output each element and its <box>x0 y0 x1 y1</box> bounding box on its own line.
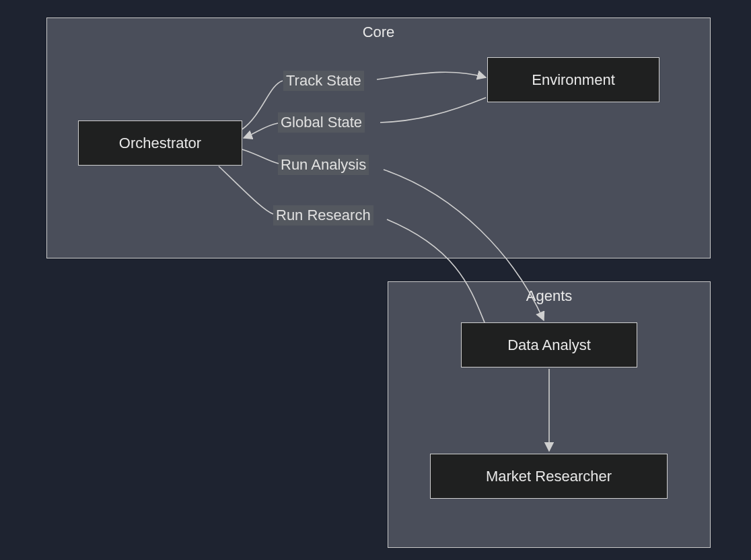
node-orchestrator: Orchestrator <box>78 120 242 166</box>
subgraph-agents: Agents <box>388 281 711 548</box>
node-environment-label: Environment <box>532 71 615 89</box>
node-market-researcher: Market Researcher <box>430 454 668 499</box>
node-environment: Environment <box>487 57 659 102</box>
node-data-analyst-label: Data Analyst <box>507 337 591 354</box>
edge-label-global-state: Global State <box>278 112 365 133</box>
edge-label-run-analysis: Run Analysis <box>278 155 369 175</box>
node-market-researcher-label: Market Researcher <box>486 468 612 485</box>
node-orchestrator-label: Orchestrator <box>119 135 201 152</box>
edge-label-run-research: Run Research <box>273 205 373 225</box>
edge-label-track-state: Track State <box>283 71 364 91</box>
subgraph-core-title: Core <box>363 24 395 41</box>
subgraph-agents-title: Agents <box>526 287 573 305</box>
node-data-analyst: Data Analyst <box>461 322 637 368</box>
